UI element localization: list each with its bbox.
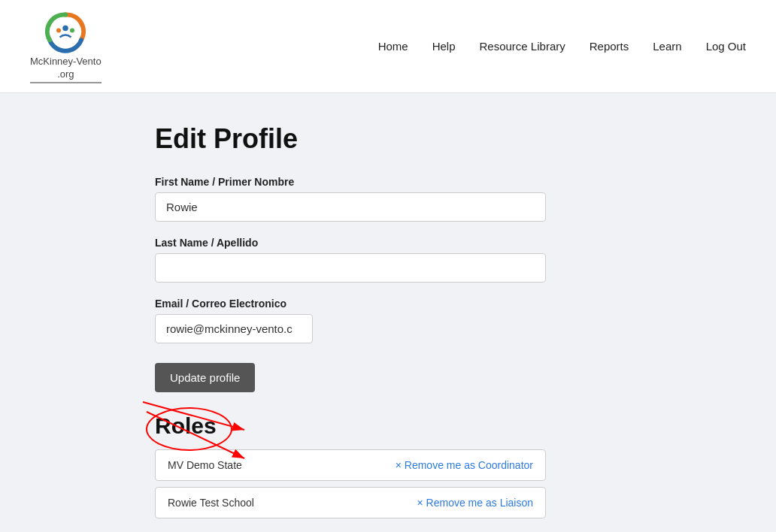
- last-name-label: Last Name / Apellido: [155, 237, 636, 249]
- page-title: Edit Profile: [155, 123, 636, 155]
- nav-home[interactable]: Home: [378, 40, 408, 53]
- email-input[interactable]: [155, 314, 313, 343]
- remove-coordinator-button[interactable]: × Remove me as Coordinator: [396, 459, 533, 471]
- logo: McKinney-Vento .org: [30, 9, 102, 83]
- svg-point-2: [70, 29, 74, 33]
- svg-point-0: [63, 26, 69, 32]
- main-nav: Home Help Resource Library Reports Learn…: [378, 40, 746, 53]
- nav-logout[interactable]: Log Out: [706, 40, 746, 53]
- first-name-input[interactable]: [155, 192, 546, 222]
- first-name-label: First Name / Primer Nombre: [155, 176, 636, 188]
- roles-title: Roles: [155, 413, 217, 439]
- role-row-liaison: Rowie Test School × Remove me as Liaison: [155, 487, 546, 518]
- nav-resource-library[interactable]: Resource Library: [480, 40, 565, 53]
- roles-header: Roles: [155, 413, 636, 439]
- svg-point-1: [56, 29, 61, 33]
- update-profile-button[interactable]: Update profile: [155, 363, 255, 392]
- nav-learn[interactable]: Learn: [653, 40, 681, 53]
- logo-text: McKinney-Vento .org: [30, 56, 102, 81]
- email-label: Email / Correo Electronico: [155, 298, 636, 310]
- role-org-name-2: Rowie Test School: [168, 497, 254, 509]
- role-org-name: MV Demo State: [168, 459, 242, 471]
- logo-icon: [43, 9, 88, 54]
- role-row-coordinator: MV Demo State × Remove me as Coordinator: [155, 449, 546, 481]
- nav-reports[interactable]: Reports: [590, 40, 629, 53]
- email-group: Email / Correo Electronico: [155, 298, 636, 343]
- main-content: Edit Profile First Name / Primer Nombre …: [125, 93, 651, 532]
- last-name-input[interactable]: [155, 253, 546, 283]
- first-name-group: First Name / Primer Nombre: [155, 176, 636, 222]
- last-name-group: Last Name / Apellido: [155, 237, 636, 283]
- remove-liaison-button[interactable]: × Remove me as Liaison: [417, 497, 533, 509]
- nav-help[interactable]: Help: [432, 40, 456, 53]
- site-header: McKinney-Vento .org Home Help Resource L…: [0, 0, 776, 93]
